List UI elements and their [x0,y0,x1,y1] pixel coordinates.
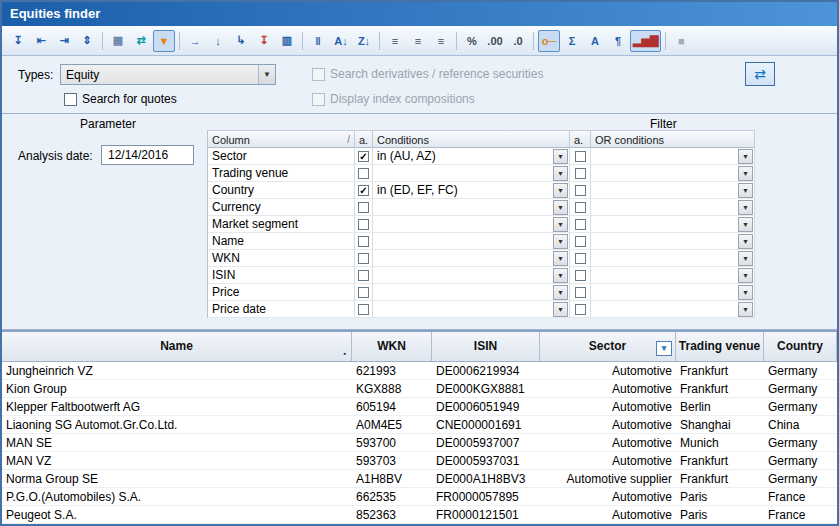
filter-condition-cell[interactable]: ▼ [373,233,570,250]
sum-icon[interactable]: Σ [561,30,583,52]
filter-active-checkbox[interactable] [358,236,369,247]
move-row-icon[interactable]: ↳ [230,30,252,52]
filter-or-active-checkbox[interactable] [575,304,586,315]
filter-active-checkbox[interactable] [358,219,369,230]
sum-row-icon[interactable]: ↧ [253,30,275,52]
refresh-search-button[interactable]: ⇄ [745,62,775,86]
filter-field-label[interactable]: Currency [208,199,355,216]
filter-field-label[interactable]: Market segment [208,216,355,233]
search-quotes-checkbox[interactable]: Search for quotes [64,92,177,106]
filter-or-active-checkbox[interactable] [575,253,586,264]
filter-field-label[interactable]: Sector [208,148,355,165]
filter-or-condition-cell[interactable]: ▼ [591,284,755,301]
table-row[interactable]: Peugeot S.A.852363FR0000121501Automotive… [2,506,837,524]
column-header-sector[interactable]: Sector▾ [540,332,676,362]
filter-icon[interactable]: ▼ [153,30,175,52]
filter-condition-cell[interactable]: in (ED, EF, FC)▼ [373,182,570,199]
filter-active-checkbox[interactable]: ✓ [358,185,369,196]
filter-condition-cell[interactable]: ▼ [373,199,570,216]
filter-or-condition-cell[interactable]: ▼ [591,148,755,165]
refresh-icon[interactable]: ⇄ [130,30,152,52]
filter-field-label[interactable]: ISIN [208,267,355,284]
or-condition-dropdown-button[interactable]: ▼ [738,251,753,266]
or-condition-dropdown-button[interactable]: ▼ [738,217,753,232]
filter-or-active-checkbox[interactable] [575,236,586,247]
sort-ascending-icon[interactable]: A↓ [330,30,352,52]
column-header-isin[interactable]: ISIN [432,332,540,362]
filter-header-column[interactable]: Column / [208,130,355,148]
filter-condition-cell[interactable]: ▼ [373,216,570,233]
or-condition-dropdown-button[interactable]: ▼ [738,166,753,181]
table-icon[interactable]: ▥ [276,30,298,52]
condition-dropdown-button[interactable]: ▼ [553,285,568,300]
filter-active-checkbox[interactable] [358,202,369,213]
insert-column-icon[interactable]: → [184,30,206,52]
condition-dropdown-button[interactable]: ▼ [553,234,568,249]
condition-dropdown-button[interactable]: ▼ [553,149,568,164]
chart-icon[interactable]: ▂▅▇ [630,30,661,52]
percent-icon[interactable]: % [461,30,483,52]
filter-active-checkbox[interactable] [358,253,369,264]
or-condition-dropdown-button[interactable]: ▼ [738,149,753,164]
chevron-down-icon[interactable]: ▼ [258,65,275,84]
analysis-date-input[interactable] [101,145,194,165]
filter-field-label[interactable]: Price date [208,301,355,318]
condition-dropdown-button[interactable]: ▼ [553,200,568,215]
condition-dropdown-button[interactable]: ▼ [553,166,568,181]
filter-field-label[interactable]: Name [208,233,355,250]
filter-or-condition-cell[interactable]: ▼ [591,301,755,318]
or-condition-dropdown-button[interactable]: ▼ [738,234,753,249]
filter-or-condition-cell[interactable]: ▼ [591,216,755,233]
condition-dropdown-button[interactable]: ▼ [553,251,568,266]
export-icon[interactable]: ↧ [7,30,29,52]
table-row[interactable]: Kion GroupKGX888DE000KGX8881AutomotiveFr… [2,380,837,398]
or-condition-dropdown-button[interactable]: ▼ [738,268,753,283]
filter-or-condition-cell[interactable]: ▼ [591,233,755,250]
fit-to-height-icon[interactable]: ⇥ [53,30,75,52]
filter-or-active-checkbox[interactable] [575,168,586,179]
column-header-country[interactable]: Country [764,332,837,362]
table-row[interactable]: Jungheinrich VZ621993DE0006219934Automot… [2,362,837,380]
filter-condition-cell[interactable]: ▼ [373,301,570,318]
filter-or-active-checkbox[interactable] [575,287,586,298]
filter-condition-cell[interactable]: ▼ [373,250,570,267]
table-row[interactable]: MAN VZ593703DE0005937031AutomotiveFrankf… [2,452,837,470]
fit-to-width-icon[interactable]: ⇤ [30,30,52,52]
layout-icon[interactable]: ▦ [107,30,129,52]
types-dropdown[interactable]: Equity ▼ [60,64,276,85]
align-right-icon[interactable]: ≡ [430,30,452,52]
key-icon[interactable]: o─ [538,30,560,52]
filter-or-active-checkbox[interactable] [575,219,586,230]
filter-or-condition-cell[interactable]: ▼ [591,165,755,182]
filter-condition-cell[interactable]: ▼ [373,284,570,301]
table-row[interactable]: MAN SE593700DE0005937007AutomotiveMunich… [2,434,837,452]
or-condition-dropdown-button[interactable]: ▼ [738,183,753,198]
or-condition-dropdown-button[interactable]: ▼ [738,302,753,317]
condition-dropdown-button[interactable]: ▼ [553,217,568,232]
filter-or-active-checkbox[interactable] [575,151,586,162]
filter-or-condition-cell[interactable]: ▼ [591,250,755,267]
condition-dropdown-button[interactable]: ▼ [553,302,568,317]
format-icon[interactable]: ¶ [607,30,629,52]
sort-descending-icon[interactable]: Z↓ [353,30,375,52]
filter-field-label[interactable]: Trading venue [208,165,355,182]
insert-row-icon[interactable]: ↓ [207,30,229,52]
filter-active-checkbox[interactable] [358,287,369,298]
autofit-icon[interactable]: ⇕ [76,30,98,52]
filter-or-condition-cell[interactable]: ▼ [591,182,755,199]
filter-active-checkbox[interactable]: ✓ [358,151,369,162]
or-condition-dropdown-button[interactable]: ▼ [738,285,753,300]
condition-dropdown-button[interactable]: ▼ [553,268,568,283]
filter-or-condition-cell[interactable]: ▼ [591,199,755,216]
condition-dropdown-button[interactable]: ▼ [553,183,568,198]
filter-condition-cell[interactable]: ▼ [373,165,570,182]
table-row[interactable]: Klepper Faltbootwerft AG605194DE00060519… [2,398,837,416]
filter-condition-cell[interactable]: ▼ [373,267,570,284]
column-header-wkn[interactable]: WKN [352,332,432,362]
filter-active-checkbox[interactable] [358,168,369,179]
checkbox-box[interactable] [64,93,77,106]
table-row[interactable]: Norma Group SEA1H8BVDE000A1H8BV3Automoti… [2,470,837,488]
filter-active-checkbox[interactable] [358,304,369,315]
column-header-name[interactable]: Name▪ [2,332,352,362]
font-icon[interactable]: A [584,30,606,52]
